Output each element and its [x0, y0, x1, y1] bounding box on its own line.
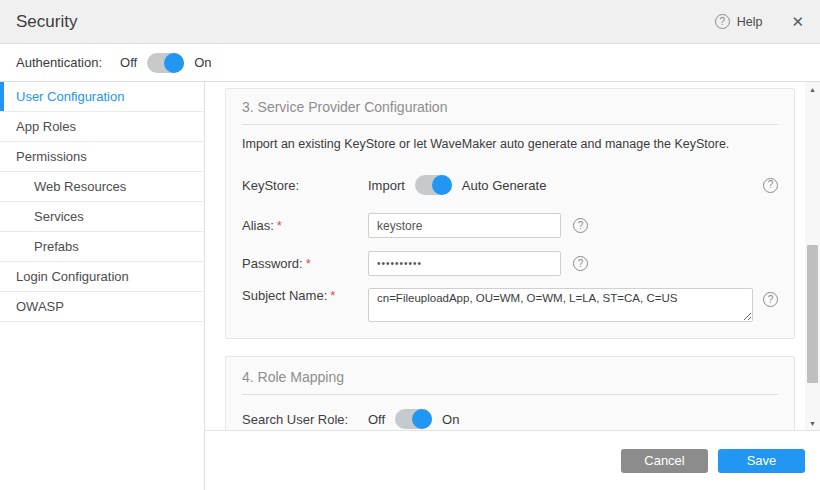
keystore-row: KeyStore: Import Auto Generate ? — [242, 175, 778, 195]
keystore-help-icon[interactable]: ? — [763, 178, 778, 193]
keystore-toggle[interactable] — [415, 175, 452, 195]
password-help-icon[interactable]: ? — [573, 256, 588, 271]
scroll-up-arrow[interactable]: ▲ — [805, 82, 820, 96]
service-provider-configuration-section: 3. Service Provider Configuration Import… — [225, 88, 795, 339]
password-label: Password:* — [242, 256, 368, 271]
dialog-footer: Cancel Save — [205, 430, 820, 490]
sidebar-item-app-roles[interactable]: App Roles — [0, 112, 204, 142]
scrollbar-track[interactable] — [805, 96, 820, 416]
close-icon[interactable]: ✕ — [791, 13, 804, 31]
authentication-off-label: Off — [120, 55, 137, 70]
section-title: 3. Service Provider Configuration — [242, 99, 778, 115]
toggle-knob — [164, 53, 184, 73]
subject-name-textarea[interactable]: cn=FileuploadApp, OU=WM, O=WM, L=LA, ST=… — [368, 288, 753, 322]
scrollbar-thumb[interactable] — [807, 245, 818, 383]
required-mark: * — [277, 218, 282, 233]
role-mapping-section: 4. Role Mapping Search User Role: Off On — [225, 356, 795, 430]
scroll-down-arrow[interactable]: ▼ — [805, 416, 820, 430]
authentication-label: Authentication: — [16, 55, 102, 70]
sidebar-item-login-configuration[interactable]: Login Configuration — [0, 262, 204, 292]
sidebar: User Configuration App Roles Permissions… — [0, 82, 205, 490]
scroll-area: 3. Service Provider Configuration Import… — [205, 82, 820, 430]
help-icon[interactable]: ? — [715, 14, 730, 29]
subject-name-row: Subject Name:* cn=FileuploadApp, OU=WM, … — [242, 288, 778, 322]
divider — [242, 124, 778, 125]
main-content: 3. Service Provider Configuration Import… — [205, 82, 820, 490]
authentication-bar: Authentication: Off On — [0, 44, 820, 82]
cancel-button[interactable]: Cancel — [621, 449, 708, 473]
sidebar-item-user-configuration[interactable]: User Configuration — [0, 82, 204, 112]
toggle-knob — [412, 409, 432, 429]
password-label-text: Password: — [242, 256, 303, 271]
header-actions: ? Help ✕ — [715, 13, 804, 31]
toggle-knob — [432, 175, 452, 195]
required-mark: * — [330, 288, 335, 303]
sidebar-item-permissions[interactable]: Permissions — [0, 142, 204, 172]
password-input[interactable] — [368, 251, 561, 276]
keystore-import-label: Import — [368, 178, 405, 193]
password-row: Password:* ? — [242, 251, 778, 276]
vertical-scrollbar: ▲ ▼ — [805, 82, 820, 430]
search-user-role-off-label: Off — [368, 412, 385, 427]
security-dialog: Security ? Help ✕ Authentication: Off On… — [0, 0, 820, 490]
dialog-header: Security ? Help ✕ — [0, 0, 820, 44]
scroll-inner: 3. Service Provider Configuration Import… — [205, 82, 805, 430]
authentication-toggle[interactable] — [147, 53, 184, 73]
alias-label-text: Alias: — [242, 218, 274, 233]
authentication-on-label: On — [194, 55, 211, 70]
search-user-role-label: Search User Role: — [242, 412, 368, 427]
section-title: 4. Role Mapping — [242, 369, 778, 385]
alias-row: Alias:* ? — [242, 213, 778, 238]
subject-name-label: Subject Name:* — [242, 288, 368, 303]
section-description: Import an existing KeyStore or let WaveM… — [242, 137, 778, 151]
dialog-body: User Configuration App Roles Permissions… — [0, 82, 820, 490]
sidebar-item-web-resources[interactable]: Web Resources — [0, 172, 204, 202]
subject-name-label-text: Subject Name: — [242, 288, 327, 303]
keystore-label: KeyStore: — [242, 178, 368, 193]
sidebar-item-owasp[interactable]: OWASP — [0, 292, 204, 322]
sidebar-item-services[interactable]: Services — [0, 202, 204, 232]
alias-help-icon[interactable]: ? — [573, 218, 588, 233]
help-link[interactable]: Help — [737, 15, 763, 29]
keystore-auto-generate-label: Auto Generate — [462, 178, 547, 193]
save-button[interactable]: Save — [718, 449, 805, 473]
divider — [242, 394, 778, 395]
search-user-role-row: Search User Role: Off On — [242, 409, 778, 429]
page-title: Security — [16, 12, 77, 32]
alias-label: Alias:* — [242, 218, 368, 233]
alias-input[interactable] — [368, 213, 561, 238]
subject-name-help-icon[interactable]: ? — [763, 292, 778, 307]
search-user-role-on-label: On — [442, 412, 459, 427]
sidebar-item-prefabs[interactable]: Prefabs — [0, 232, 204, 262]
required-mark: * — [306, 256, 311, 271]
search-user-role-toggle[interactable] — [395, 409, 432, 429]
